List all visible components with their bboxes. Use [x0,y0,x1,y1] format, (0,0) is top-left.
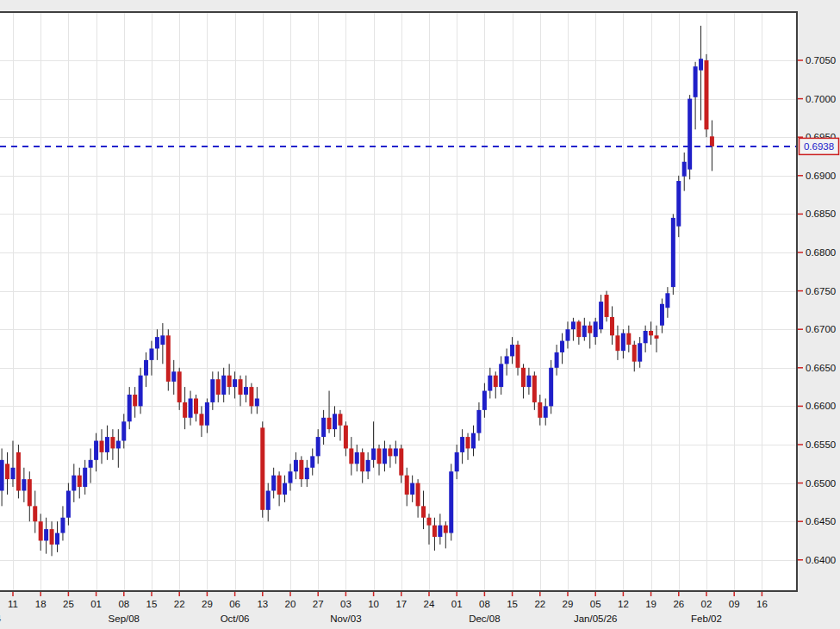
candle-body-down [405,476,409,495]
candle-body-down [388,448,392,456]
candle-body-up [582,326,587,337]
candle-body-down [710,136,714,146]
candle-body-up [682,162,687,177]
candle-body-up [333,414,337,429]
candle-body-down [277,476,282,495]
candle-body-up [10,468,15,479]
candle-body-up [155,337,159,348]
candle-body-up [471,433,476,449]
plot-background [0,12,798,591]
x-axis-day-label: 16 [756,599,768,609]
x-axis-month-label: Feb/02 [691,613,722,624]
plot-area[interactable] [0,12,798,591]
candle-body-down [421,506,426,517]
x-axis-day-label: 18 [35,599,47,609]
candle-body-up [694,66,698,97]
candle-body-down [100,441,104,452]
candle-body-up [321,418,326,437]
candle-body-up [60,518,65,533]
candle-body-down [610,317,614,335]
candle-body-down [39,521,43,540]
candle-body-up [555,352,559,368]
x-axis-day-label: 12 [618,599,629,609]
candle-body-down [532,376,537,402]
x-axis-day-label: 08 [118,599,129,609]
candle-body-up [244,387,248,395]
candle-body-up [621,333,625,352]
candle-body-up [171,371,176,382]
candle-body-down [538,402,542,418]
candle-body-up [210,379,215,402]
x-axis-month-label: Dec/08 [469,613,500,624]
candle-body-up [105,437,109,452]
x-axis-day-label: 09 [729,599,740,609]
candle-body-down [494,376,498,387]
candle-body-down [588,326,592,333]
y-axis-label: 0.6450 [806,516,836,526]
y-axis-label: 0.6650 [806,363,836,373]
candle-body-down [133,395,137,406]
candle-body-up [294,460,298,471]
y-axis-label: 0.6700 [806,324,836,334]
candle-body-down [177,371,182,402]
candle-body-down [704,60,708,129]
candle-body-down [194,398,198,414]
candle-body-up [66,491,71,518]
candle-body-up [438,526,442,537]
candle-body-up [394,448,398,456]
candle-body-up [89,460,93,468]
candle-body-down [16,452,21,491]
x-axis-day-label: 20 [285,599,296,609]
candle-body-up [233,379,237,387]
x-axis-day-label: 02 [701,599,712,609]
candle-body-up [305,468,309,479]
candle-body-up [283,483,287,495]
candle-body-down [626,333,631,345]
x-axis-day-label: 26 [673,599,684,609]
candle-body-up [665,293,669,308]
candle-body-up [594,321,598,337]
candle-body-up [128,395,132,421]
x-axis-day-label: 01 [451,599,463,609]
candle-body-up [488,376,492,391]
candle-body-up [144,360,148,376]
candle-body-up [160,335,165,345]
x-axis-day-label: 06 [229,599,240,609]
candle-body-up [83,468,87,487]
candle-body-up [310,456,314,467]
candle-body-up [189,398,193,417]
y-axis-label: 0.6600 [806,401,836,411]
x-axis-day-label: 25 [63,599,74,609]
candle-body-down [615,335,619,351]
candle-body-up [383,448,387,464]
candle-body-up [255,398,259,406]
candle-body-up [139,376,143,407]
candle-body-up [526,376,531,387]
candle-body-down [33,506,37,521]
candle-body-down [110,437,115,448]
candle-body-up [271,476,276,491]
x-axis-day-label: 01 [90,599,102,609]
y-axis-label: 0.6400 [806,555,836,565]
candle-body-up [560,341,564,352]
x-axis-day-label: 10 [368,599,379,609]
candle-body-up [366,460,370,471]
candle-body-up [638,343,642,361]
candle-body-up [205,402,209,426]
candle-body-down [466,437,470,448]
x-axis-month-label: Nov/03 [330,613,361,624]
x-axis-day-label: 15 [146,599,158,609]
x-axis-month-label: Jan/05/26 [574,613,618,624]
candle-body-down [166,335,171,382]
candle-body-up [221,376,226,395]
candle-body-up [121,421,126,440]
x-axis-day-label: 29 [563,599,574,609]
candle-body-down [338,414,342,425]
candle-body-up [599,302,603,329]
candle-body-up [671,218,675,287]
candle-body-up [55,533,59,545]
candle-body-down [299,460,303,479]
y-axis-label: 0.6800 [806,247,836,258]
x-axis-day-label: 15 [507,599,518,609]
x-axis-month-label: Sep/08 [109,613,140,624]
